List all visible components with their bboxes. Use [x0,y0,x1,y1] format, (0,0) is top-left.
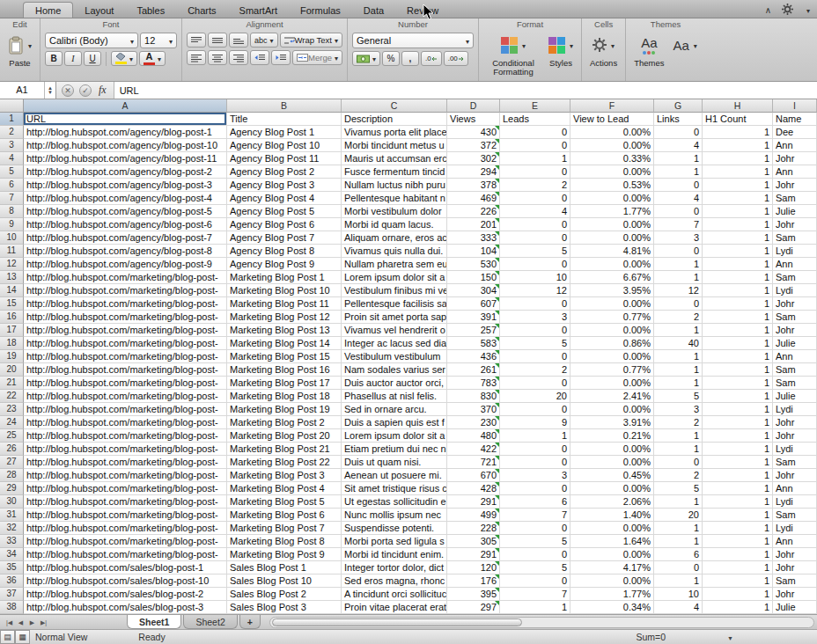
cell-H38[interactable]: 1 [703,601,773,614]
cell-E28[interactable]: 3 [500,469,570,482]
cell-G8[interactable]: 0 [654,205,703,218]
cell-A8[interactable]: http://blog.hubspot.com/agency/blog-post… [24,205,227,218]
column-header-B[interactable]: B [227,99,342,113]
cell-G6[interactable]: 0 [654,179,703,192]
cell-C7[interactable]: Pellentesque habitant n [342,192,447,205]
cell-E21[interactable]: 0 [500,377,570,390]
cell-C17[interactable]: Vivamus vel hendrerit o [342,324,447,337]
cell-C5[interactable]: Fusce fermentum tincid [342,165,447,179]
cell-B18[interactable]: Marketing Blog Post 14 [227,337,342,350]
cell-I4[interactable]: Johr [773,152,817,165]
tab-layout[interactable]: Layout [73,3,125,18]
row-header-34[interactable]: 34 [0,548,24,561]
cell-B6[interactable]: Agency Blog Post 3 [227,179,342,192]
column-header-G[interactable]: G [654,99,703,113]
cell-G14[interactable]: 12 [654,284,703,297]
row-header-36[interactable]: 36 [0,574,24,588]
cell-F35[interactable]: 4.17% [570,561,654,574]
name-box-stepper[interactable] [44,82,55,99]
cell-C8[interactable]: Morbi vestibulum dolor [342,205,447,218]
collapse-ribbon-icon[interactable] [765,4,771,15]
cell-H26[interactable]: 1 [703,443,773,456]
cell-C24[interactable]: Duis a sapien quis est f [342,416,447,429]
font-name-select[interactable]: Calibri (Body) [45,33,138,48]
bold-button[interactable]: B [45,51,63,66]
cell-H36[interactable]: 1 [703,574,773,588]
cell-F36[interactable]: 0.00% [570,574,654,588]
cell-I30[interactable]: Lydi [773,495,817,509]
cell-A13[interactable]: http://blog.hubspot.com/marketing/blog-p… [24,271,227,284]
cell-C29[interactable]: Sit amet tristique risus c [342,482,447,495]
cell-E14[interactable]: 12 [500,284,570,297]
cell-D2[interactable]: 430 [447,126,500,139]
cell-D4[interactable]: 302 [447,152,500,165]
cell-B17[interactable]: Marketing Blog Post 13 [227,324,342,337]
row-header-29[interactable]: 29 [0,482,24,495]
cell-E26[interactable]: 0 [500,443,570,456]
cell-G34[interactable]: 6 [654,548,703,561]
cell-A6[interactable]: http://blog.hubspot.com/agency/blog-post… [24,179,227,192]
cell-G28[interactable]: 2 [654,469,703,482]
cell-A23[interactable]: http://blog.hubspot.com/marketing/blog-p… [24,403,227,416]
cell-A21[interactable]: http://blog.hubspot.com/marketing/blog-p… [24,377,227,390]
cell-B24[interactable]: Marketing Blog Post 2 [227,416,342,429]
name-box[interactable]: A1 [0,82,56,99]
horizontal-scrollbar[interactable] [269,617,814,628]
stepper-down-icon[interactable] [48,91,53,95]
cell-B12[interactable]: Agency Blog Post 9 [227,258,342,271]
cell-H12[interactable]: 1 [703,258,773,271]
cell-D29[interactable]: 428 [447,482,500,495]
cell-D26[interactable]: 422 [447,443,500,456]
cell-B28[interactable]: Marketing Blog Post 3 [227,469,342,482]
wrap-text-button[interactable]: Wrap Text [280,33,342,48]
row-header-5[interactable]: 5 [0,165,24,179]
cell-D18[interactable]: 583 [447,337,500,350]
cell-F15[interactable]: 0.00% [570,297,654,311]
row-header-19[interactable]: 19 [0,350,24,363]
cell-B13[interactable]: Marketing Blog Post 1 [227,271,342,284]
cell-B14[interactable]: Marketing Blog Post 10 [227,284,342,297]
cell-H24[interactable]: 1 [703,416,773,429]
cell-E12[interactable]: 0 [500,258,570,271]
cell-H7[interactable]: 1 [703,192,773,205]
cell-B37[interactable]: Sales Blog Post 2 [227,588,342,601]
cell-I19[interactable]: Ann [773,350,817,363]
cell-C12[interactable]: Nullam pharetra sem eu [342,258,447,271]
decrease-indent-button[interactable] [250,50,269,65]
cell-H9[interactable]: 1 [703,218,773,231]
cell-I27[interactable]: Sam [773,456,817,469]
cell-B2[interactable]: Agency Blog Post 1 [227,126,342,139]
cell-I16[interactable]: Sam [773,311,817,324]
cell-A35[interactable]: http://blog.hubspot.com/sales/blog-post-… [24,561,227,574]
cell-D1[interactable]: Views [447,113,500,126]
decrease-decimal-button[interactable]: .00 [444,51,468,66]
cell-F7[interactable]: 0.00% [570,192,654,205]
cell-B29[interactable]: Marketing Blog Post 4 [227,482,342,495]
paste-button[interactable]: Paste [4,30,35,69]
cell-H32[interactable]: 1 [703,522,773,535]
tab-tables[interactable]: Tables [125,3,176,18]
cell-E13[interactable]: 10 [500,271,570,284]
row-header-14[interactable]: 14 [0,284,24,297]
row-header-9[interactable]: 9 [0,218,24,231]
cell-G9[interactable]: 7 [654,218,703,231]
cell-E24[interactable]: 9 [500,416,570,429]
last-sheet-icon[interactable] [39,616,48,629]
cell-I6[interactable]: Johr [773,179,817,192]
cell-C3[interactable]: Morbi tincidunt metus u [342,139,447,152]
cell-H34[interactable]: 1 [703,548,773,561]
column-header-E[interactable]: E [500,99,570,113]
cell-C28[interactable]: Aenean ut posuere mi. [342,469,447,482]
cell-C11[interactable]: Vivamus quis nulla dui. [342,245,447,258]
cell-I24[interactable]: Johr [773,416,817,429]
cell-I28[interactable]: Johr [773,469,817,482]
cell-B35[interactable]: Sales Blog Post 1 [227,561,342,574]
cell-A9[interactable]: http://blog.hubspot.com/agency/blog-post… [24,218,227,231]
cell-F20[interactable]: 0.77% [570,363,654,377]
cell-B20[interactable]: Marketing Blog Post 16 [227,363,342,377]
cell-H19[interactable]: 1 [703,350,773,363]
cell-E7[interactable]: 0 [500,192,570,205]
cell-A15[interactable]: http://blog.hubspot.com/marketing/blog-p… [24,297,227,311]
cell-C4[interactable]: Mauris ut accumsan erc [342,152,447,165]
cell-F32[interactable]: 0.00% [570,522,654,535]
